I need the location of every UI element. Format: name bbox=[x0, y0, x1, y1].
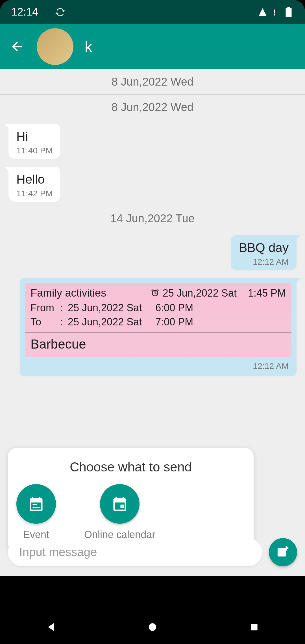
composer-row bbox=[8, 537, 297, 568]
event-to-time: 7:00 PM bbox=[155, 316, 193, 328]
event-from-label: From bbox=[30, 302, 56, 314]
message-row: Hello 11:42 PM bbox=[0, 163, 305, 206]
event-alarm-date: 25 Jun,2022 Sat bbox=[163, 287, 237, 299]
event-from-date: 25 Jun,2022 Sat bbox=[68, 302, 142, 314]
svg-rect-1 bbox=[274, 14, 275, 16]
choose-send-popup: Choose what to send Event Online calenda… bbox=[8, 448, 254, 552]
chat-name[interactable]: k bbox=[85, 38, 92, 55]
nav-home-button[interactable] bbox=[144, 619, 161, 636]
message-row: Family activities 25 Jun,2022 Sat 1:45 P… bbox=[0, 274, 305, 380]
message-input[interactable] bbox=[8, 538, 262, 566]
message-bubble-received[interactable]: Hello 11:42 PM bbox=[8, 167, 60, 202]
signal-exclaim-icon bbox=[269, 7, 280, 17]
event-alarm-time: 1:45 PM bbox=[248, 287, 286, 299]
nav-recents-button[interactable] bbox=[246, 619, 263, 636]
event-alarm: 25 Jun,2022 Sat 1:45 PM bbox=[150, 287, 286, 299]
alarm-icon bbox=[150, 288, 160, 298]
message-time: 11:42 PM bbox=[16, 189, 53, 198]
calendar-icon bbox=[100, 484, 140, 524]
message-bubble-received[interactable]: Hi 11:40 PM bbox=[8, 124, 60, 159]
message-time: 11:40 PM bbox=[16, 146, 53, 155]
send-event-option[interactable]: Event bbox=[16, 484, 56, 541]
event-to-label: To bbox=[30, 316, 56, 328]
attach-button[interactable] bbox=[269, 538, 297, 566]
event-card[interactable]: Family activities 25 Jun,2022 Sat 1:45 P… bbox=[25, 283, 291, 357]
message-time: 12:12 AM bbox=[25, 361, 291, 371]
message-time: 12:12 AM bbox=[239, 257, 289, 267]
signal-icon bbox=[258, 7, 268, 17]
svg-rect-0 bbox=[274, 9, 275, 13]
event-bubble-sent[interactable]: Family activities 25 Jun,2022 Sat 1:45 P… bbox=[20, 278, 297, 376]
message-row: BBQ day 12:12 AM bbox=[0, 231, 305, 274]
event-to-date: 25 Jun,2022 Sat bbox=[68, 316, 142, 328]
send-online-calendar-option[interactable]: Online calendar bbox=[84, 484, 155, 541]
event-name: Barbecue bbox=[25, 332, 291, 357]
message-text: Hi bbox=[16, 129, 53, 143]
battery-icon bbox=[284, 7, 294, 17]
svg-point-2 bbox=[149, 623, 156, 631]
date-divider: 8 Jun,2022 Wed bbox=[0, 69, 305, 94]
message-text: BBQ day bbox=[239, 241, 289, 255]
date-divider: 8 Jun,2022 Wed bbox=[0, 94, 305, 120]
android-navbar bbox=[0, 610, 305, 644]
event-from-time: 6:00 PM bbox=[155, 302, 193, 314]
date-divider: 14 Jun,2022 Tue bbox=[0, 206, 305, 231]
message-bubble-sent[interactable]: BBQ day 12:12 AM bbox=[231, 235, 297, 270]
message-text: Hello bbox=[16, 172, 53, 186]
colon: : bbox=[60, 316, 64, 328]
nav-back-button[interactable] bbox=[42, 619, 59, 636]
message-row: Hi 11:40 PM bbox=[0, 120, 305, 163]
svg-rect-3 bbox=[251, 624, 257, 630]
back-button[interactable] bbox=[8, 38, 25, 55]
popup-title: Choose what to send bbox=[16, 459, 245, 475]
avatar[interactable] bbox=[37, 28, 73, 65]
sync-icon bbox=[55, 7, 65, 17]
status-time: 12:14 bbox=[11, 6, 38, 18]
status-bar: 12:14 bbox=[0, 0, 305, 24]
colon: : bbox=[60, 302, 64, 314]
event-category: Family activities bbox=[30, 287, 106, 299]
event-icon bbox=[16, 484, 56, 524]
chat-header: k bbox=[0, 24, 305, 69]
